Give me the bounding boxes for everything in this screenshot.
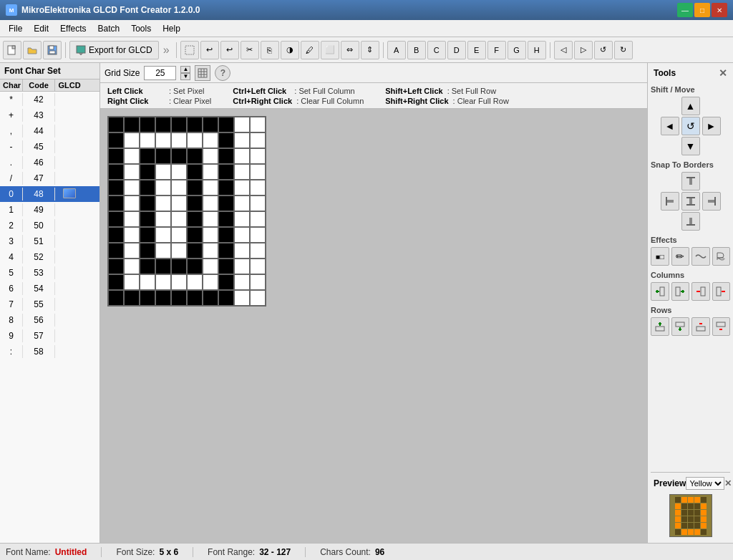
shift-left-button[interactable]: ◄ [661, 117, 679, 135]
pixel-cell[interactable] [171, 195, 187, 211]
pixel-cell[interactable] [234, 164, 250, 180]
pixel-cell[interactable] [140, 243, 155, 259]
title-bar-controls[interactable]: — □ ✕ [677, 3, 727, 17]
char-row[interactable]: 351 [0, 233, 99, 249]
pixel-cell[interactable] [203, 227, 218, 243]
pixel-cell[interactable] [124, 195, 140, 211]
shift-center-button[interactable]: ↺ [681, 117, 700, 135]
pixel-cell[interactable] [250, 211, 266, 227]
pixel-cell[interactable] [108, 290, 124, 306]
tool-b[interactable]: B [407, 41, 426, 59]
pixel-cell[interactable] [234, 180, 250, 195]
char-row[interactable]: /47 [0, 170, 99, 186]
minimize-button[interactable]: — [677, 3, 693, 17]
help-button[interactable]: ? [215, 65, 230, 81]
open-button[interactable] [23, 41, 42, 59]
pixel-cell[interactable] [218, 211, 234, 227]
pixel-cell[interactable] [218, 132, 234, 148]
pixel-cell[interactable] [155, 132, 171, 148]
tool-g[interactable]: G [508, 41, 526, 59]
tool-select[interactable] [180, 41, 199, 59]
pixel-cell[interactable] [108, 164, 124, 180]
pixel-cell[interactable] [108, 274, 124, 290]
pixel-cell[interactable] [140, 117, 155, 132]
pixel-cell[interactable] [155, 243, 171, 259]
pixel-cell[interactable] [250, 164, 266, 180]
pixel-cell[interactable] [187, 243, 203, 259]
pixel-cell[interactable] [234, 243, 250, 259]
pixel-grid[interactable] [107, 116, 266, 306]
snap-top-button[interactable] [681, 172, 700, 190]
pixel-cell[interactable] [218, 180, 234, 195]
pixel-cell[interactable] [171, 211, 187, 227]
preview-color-select[interactable]: YellowGreenRedBlueWhite [686, 477, 724, 490]
pixel-cell[interactable] [171, 227, 187, 243]
pixel-cell[interactable] [203, 132, 218, 148]
row-del-bottom-button[interactable] [712, 317, 731, 336]
pixel-cell[interactable] [124, 259, 140, 274]
tool-e[interactable]: E [467, 41, 486, 59]
shift-up-button[interactable]: ▲ [681, 97, 700, 115]
col-add-left-button[interactable] [651, 282, 669, 301]
preview-close-button[interactable]: ✕ [724, 478, 732, 488]
char-row[interactable]: 149 [0, 202, 99, 218]
canvas-area[interactable] [100, 109, 647, 543]
pixel-cell[interactable] [171, 164, 187, 180]
pixel-cell[interactable] [171, 180, 187, 195]
pixel-cell[interactable] [218, 117, 234, 132]
pixel-cell[interactable] [140, 132, 155, 148]
pixel-cell[interactable] [234, 117, 250, 132]
tool-brush[interactable]: 🖊 [301, 41, 319, 59]
pixel-cell[interactable] [108, 180, 124, 195]
pixel-cell[interactable] [234, 211, 250, 227]
pixel-cell[interactable] [218, 243, 234, 259]
pixel-cell[interactable] [155, 195, 171, 211]
menu-help[interactable]: Help [157, 22, 186, 35]
pixel-cell[interactable] [108, 259, 124, 274]
pixel-cell[interactable] [140, 164, 155, 180]
tool-copy2[interactable]: ⎘ [261, 41, 279, 59]
pixel-cell[interactable] [250, 227, 266, 243]
shift-right-button[interactable]: ► [702, 117, 721, 135]
pixel-cell[interactable] [250, 132, 266, 148]
pixel-cell[interactable] [140, 227, 155, 243]
snap-bottom-button[interactable] [681, 212, 700, 231]
export-glcd-button[interactable]: Export for GLCD [69, 41, 159, 59]
pixel-cell[interactable] [187, 180, 203, 195]
char-row[interactable]: 856 [0, 312, 99, 328]
pixel-cell[interactable] [234, 274, 250, 290]
pixel-cell[interactable] [218, 227, 234, 243]
pixel-cell[interactable] [203, 290, 218, 306]
pixel-cell[interactable] [171, 259, 187, 274]
pixel-cell[interactable] [155, 274, 171, 290]
save-button[interactable] [43, 41, 62, 59]
menu-edit[interactable]: Edit [28, 22, 54, 35]
tool-i[interactable]: ◁ [554, 41, 573, 59]
pixel-cell[interactable] [124, 180, 140, 195]
pixel-cell[interactable] [171, 290, 187, 306]
grid-size-down[interactable]: ▼ [180, 73, 190, 80]
pixel-cell[interactable] [234, 132, 250, 148]
char-row[interactable]: 048 [0, 186, 99, 202]
tool-undo[interactable]: ↩ [200, 41, 219, 59]
grid-size-input[interactable] [144, 66, 176, 80]
char-row[interactable]: ,44 [0, 123, 99, 139]
pixel-cell[interactable] [124, 211, 140, 227]
pixel-cell[interactable] [250, 274, 266, 290]
menu-file[interactable]: File [3, 22, 28, 35]
pixel-cell[interactable] [250, 290, 266, 306]
pixel-cell[interactable] [250, 148, 266, 164]
pixel-cell[interactable] [218, 259, 234, 274]
pixel-cell[interactable] [203, 259, 218, 274]
new-button[interactable] [3, 41, 21, 59]
pixel-cell[interactable] [155, 164, 171, 180]
pixel-cell[interactable] [124, 148, 140, 164]
pixel-cell[interactable] [155, 180, 171, 195]
tool-a[interactable]: A [387, 41, 406, 59]
pixel-cell[interactable] [155, 259, 171, 274]
pixel-cell[interactable] [234, 227, 250, 243]
tool-redo2[interactable]: ↩ [220, 41, 239, 59]
pixel-cell[interactable] [124, 117, 140, 132]
pixel-cell[interactable] [108, 132, 124, 148]
pixel-cell[interactable] [124, 227, 140, 243]
